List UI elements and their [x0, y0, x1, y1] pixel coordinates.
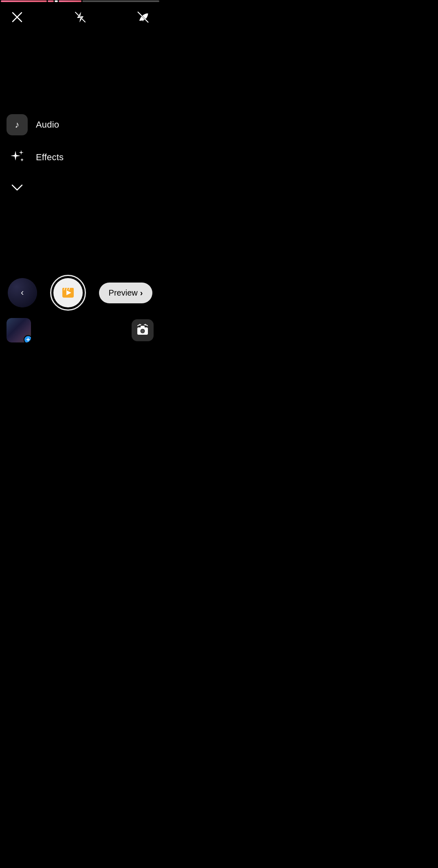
flip-camera-icon: [136, 324, 149, 337]
more-options-button[interactable]: [7, 179, 64, 196]
bottom-controls: ‹: [0, 275, 160, 311]
bottom-footer: +: [0, 318, 160, 342]
audio-icon-container: ♪: [7, 114, 28, 135]
reels-logo-icon: [60, 285, 76, 301]
progress-segment: [55, 0, 58, 2]
preview-label: Preview: [109, 288, 138, 298]
preview-chevron-icon: ›: [140, 288, 143, 298]
music-note-icon: ♪: [15, 119, 20, 130]
close-button[interactable]: [8, 8, 26, 26]
audio-menu-item[interactable]: ♪ Audio: [7, 114, 64, 135]
progress-segment: [82, 0, 159, 2]
sparkle-icon-container: [7, 147, 28, 168]
gallery-picker-button[interactable]: +: [7, 318, 31, 342]
back-thumbnail-button[interactable]: ‹: [8, 278, 37, 307]
progress-segment: [48, 0, 54, 2]
progress-segment: [1, 0, 47, 2]
progress-bar: [0, 0, 160, 2]
preview-button[interactable]: Preview ›: [99, 283, 153, 303]
top-bar: [0, 8, 160, 26]
audio-label: Audio: [36, 119, 59, 130]
effects-label: Effects: [36, 152, 64, 163]
effects-menu-item[interactable]: Effects: [7, 147, 64, 168]
record-button[interactable]: [50, 275, 86, 311]
flip-camera-button[interactable]: [132, 319, 154, 341]
side-menu: ♪ Audio Effects: [7, 114, 64, 196]
svg-point-14: [141, 330, 144, 333]
flash-toggle-button[interactable]: [71, 8, 89, 26]
reels-button-inner: [53, 278, 83, 307]
back-chevron-icon: ‹: [21, 287, 24, 298]
sparkle-icon: [7, 148, 27, 167]
eco-mode-button[interactable]: [134, 8, 152, 26]
gallery-add-badge: +: [24, 335, 31, 342]
chevron-down-icon: [7, 179, 28, 196]
progress-segment: [59, 0, 82, 2]
add-icon: +: [26, 336, 30, 342]
